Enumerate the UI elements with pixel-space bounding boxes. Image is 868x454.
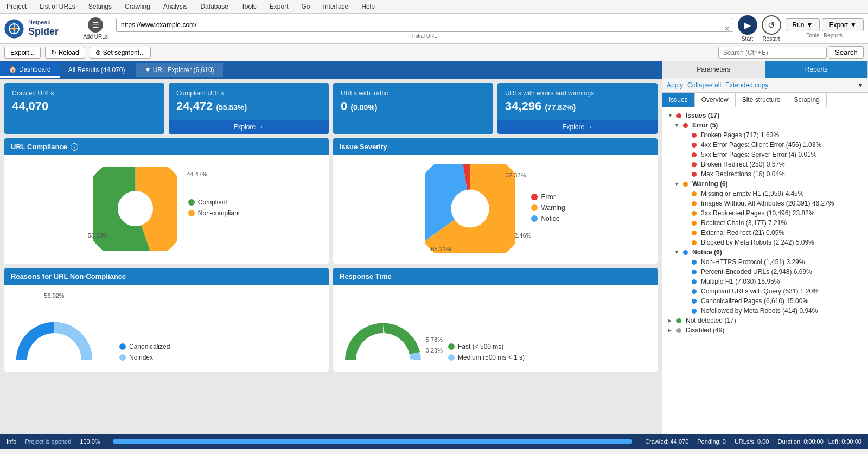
project-status: Project is opened — [25, 438, 71, 445]
panel-chevron-icon[interactable]: ▼ — [857, 81, 864, 89]
filter-icon: ▼ — [144, 66, 151, 74]
reload-button[interactable]: ↻ Reload — [45, 47, 85, 59]
restart-button[interactable]: ↺ Restart — [762, 15, 781, 42]
issue-tab-site-structure[interactable]: Site structure — [736, 93, 788, 107]
url-input[interactable] — [116, 18, 733, 32]
menu-interface[interactable]: Interface — [321, 2, 351, 11]
tree-item[interactable]: External Redirect (21) 0.05% — [666, 228, 865, 238]
tree-dot-icon — [692, 152, 697, 157]
menu-list-of-urls[interactable]: List of URLs — [37, 2, 77, 11]
issue-severity-pie — [425, 164, 515, 253]
noindex-dot — [119, 354, 126, 361]
tree-item[interactable]: Non-HTTPS Protocol (1,451) 3.29% — [666, 257, 865, 267]
tree-item[interactable]: ▼Issues (17) — [666, 111, 865, 120]
progress-fill — [113, 439, 632, 444]
panel-actions: Apply Collapse all Extended copy ▼ — [662, 78, 868, 93]
tree-item[interactable]: Redirect Chain (3,177) 7.21% — [666, 218, 865, 228]
tree-dot-icon — [676, 328, 681, 333]
severity-label-mid: 2.46% — [514, 232, 531, 239]
header: Netpeak Spider ☰ Add URLs ✕ Initial URL … — [0, 14, 868, 44]
compliant-dot — [188, 199, 195, 206]
tree-item[interactable]: 5xx Error Pages: Server Error (4) 0.01% — [666, 150, 865, 159]
panel-tabs: Parameters Reports — [662, 61, 868, 78]
tab-dashboard[interactable]: 🏠 Dashboard — [0, 62, 60, 78]
legend-compliant: Compliant — [188, 199, 240, 206]
tree-item[interactable]: Blocked by Meta Robots (2,242) 5.09% — [666, 238, 865, 247]
issue-tab-issues[interactable]: Issues — [662, 93, 695, 107]
status-bar: Info Project is opened 100.0% Crawled: 4… — [0, 434, 868, 449]
export-header-button[interactable]: Export ▼ — [822, 18, 864, 31]
tree-item[interactable]: Max Redirections (16) 0.04% — [666, 169, 865, 179]
add-urls-button[interactable]: ☰ Add URLs — [79, 17, 112, 40]
tree-label: Disabled (49) — [686, 327, 724, 334]
extended-copy-button[interactable]: Extended copy — [725, 81, 768, 89]
collapse-all-button[interactable]: Collapse all — [687, 81, 721, 89]
tree-dot-icon — [676, 318, 681, 323]
url-compliance-legend: Compliant Non-compliant — [188, 199, 240, 220]
menu-crawling[interactable]: Crawling — [123, 2, 152, 11]
tree-item[interactable]: Compliant URLs with Query (531) 1.20% — [666, 286, 865, 296]
tree-item[interactable]: ▼Warning (6) — [666, 179, 865, 189]
compliance-label-top: 44.47% — [187, 171, 207, 177]
tree-item[interactable]: 4xx Error Pages: Client Error (456) 1.03… — [666, 140, 865, 150]
explore-compliant-button[interactable]: Explore → — [169, 120, 329, 134]
menu-analysis[interactable]: Analysis — [161, 2, 190, 11]
legend-warning: Warning — [531, 204, 565, 212]
tree-arrow-icon: ▶ — [668, 318, 674, 323]
menu-tools[interactable]: Tools — [239, 2, 259, 11]
tree-arrow-icon: ▶ — [668, 328, 674, 333]
menu-export[interactable]: Export — [267, 2, 291, 11]
canonicalized-dot — [119, 343, 126, 350]
stats-row: Crawled URLs 44,070 Compliant URLs 24,47… — [4, 83, 658, 134]
tree-item[interactable]: Canonicalized Pages (6,610) 15.00% — [666, 296, 865, 306]
notice-dot — [531, 215, 538, 222]
info-icon: i — [71, 143, 78, 151]
tree-dot-icon — [692, 299, 697, 304]
tree-item[interactable]: Images Without Alt Attributes (20,391) 4… — [666, 199, 865, 208]
menu-go[interactable]: Go — [299, 2, 312, 11]
tree-label: Multiple H1 (7,030) 15.95% — [701, 278, 780, 285]
menu-settings[interactable]: Settings — [86, 2, 114, 11]
response-label1: 5.78% — [426, 336, 443, 343]
tree-label: Broken Pages (717) 1.63% — [701, 131, 779, 139]
search-button[interactable]: Search — [829, 46, 864, 59]
set-segment-button[interactable]: ⊕ Set segment... — [90, 47, 151, 59]
tree-item[interactable]: Broken Pages (717) 1.63% — [666, 130, 865, 140]
tree-item[interactable]: Nofollowed by Meta Robots (414) 0.94% — [666, 306, 865, 316]
non-compliance-card: Reasons for URL Non-Compliance 56.02% — [4, 268, 329, 372]
run-chevron-icon: ▼ — [807, 21, 813, 29]
tree-item[interactable]: Percent-Encoded URLs (2,948) 6.69% — [666, 267, 865, 277]
dashboard-content: Crawled URLs 44,070 Compliant URLs 24,47… — [0, 79, 662, 434]
tree-dot-icon — [692, 221, 697, 226]
tree-item[interactable]: 3xx Redirected Pages (10,496) 23.82% — [666, 208, 865, 218]
run-button[interactable]: Run ▼ — [786, 18, 820, 31]
tree-item[interactable]: ▼Error (5) — [666, 120, 865, 130]
panel-tab-parameters[interactable]: Parameters — [662, 61, 765, 78]
tree-label: Issues (17) — [686, 112, 719, 119]
issue-tab-overview[interactable]: Overview — [695, 93, 736, 107]
toolbar: Export... ↻ Reload ⊕ Set segment... Sear… — [0, 44, 868, 61]
url-clear-icon[interactable]: ✕ — [724, 24, 730, 33]
urls-per-second: URLs/s: 0.00 — [735, 438, 769, 445]
tree-item[interactable]: Multiple H1 (7,030) 15.95% — [666, 277, 865, 286]
svg-point-11 — [453, 191, 488, 226]
search-input[interactable] — [718, 47, 827, 59]
menu-database[interactable]: Database — [198, 2, 230, 11]
panel-tab-reports[interactable]: Reports — [765, 61, 869, 78]
export-toolbar-button[interactable]: Export... — [4, 47, 41, 59]
tab-all-results[interactable]: All Results (44,070) — [60, 63, 134, 77]
tree-item[interactable]: ▼Notice (6) — [666, 247, 865, 257]
tree-item[interactable]: ▶Disabled (49) — [666, 325, 865, 335]
explore-errors-button[interactable]: Explore → — [497, 120, 658, 134]
menu-project[interactable]: Project — [4, 2, 29, 11]
tree-item[interactable]: Missing or Empty H1 (1,959) 4.45% — [666, 189, 865, 199]
apply-button[interactable]: Apply — [667, 81, 683, 89]
tab-url-explorer[interactable]: ▼ URL Explorer (6,610) — [136, 63, 222, 77]
start-button[interactable]: ▶ Start — [738, 15, 757, 42]
menu-help[interactable]: Help — [359, 2, 377, 11]
tree-item[interactable]: Broken Redirect (250) 0.57% — [666, 159, 865, 169]
tree-item[interactable]: ▶Not detected (17) — [666, 316, 865, 325]
issue-tab-scraping[interactable]: Scraping — [787, 93, 826, 107]
stat-compliant-urls: Compliant URLs 24,472 (55.53%) Explore → — [169, 83, 329, 134]
tree-label: Missing or Empty H1 (1,959) 4.45% — [701, 190, 803, 197]
